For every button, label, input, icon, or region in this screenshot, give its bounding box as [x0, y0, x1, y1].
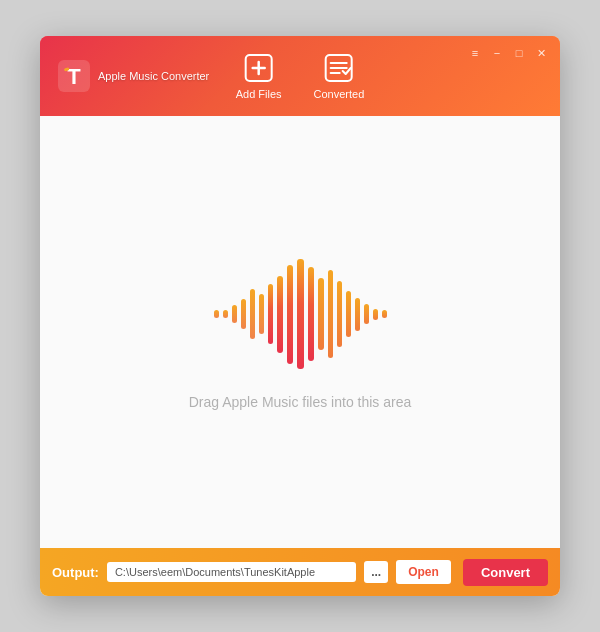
wave-bar	[346, 291, 351, 337]
main-content: Drag Apple Music files into this area	[40, 116, 560, 548]
wave-bar	[308, 267, 314, 361]
drop-instruction: Drag Apple Music files into this area	[189, 394, 412, 410]
output-path[interactable]: C:\Users\eem\Documents\TunesKitApple	[107, 562, 356, 582]
converted-button[interactable]: Converted	[314, 52, 365, 100]
wave-bar	[277, 276, 283, 353]
svg-text:T: T	[67, 64, 81, 89]
wave-bar	[355, 298, 360, 331]
window-controls: ≡ − □ ✕	[468, 46, 548, 60]
browse-button[interactable]: ...	[364, 561, 388, 583]
wave-bar	[364, 304, 369, 324]
app-logo-icon: T	[56, 58, 92, 94]
close-button[interactable]: ✕	[534, 46, 548, 60]
wave-bar	[241, 299, 246, 330]
wave-bar	[250, 289, 255, 339]
footer-bar: Output: C:\Users\eem\Documents\TunesKitA…	[40, 548, 560, 596]
logo-area: T Apple Music Converter	[56, 58, 209, 94]
wave-bar	[287, 265, 293, 364]
menu-button[interactable]: ≡	[468, 46, 482, 60]
toolbar-center: Add Files Converted	[236, 52, 365, 100]
wave-bar	[223, 310, 228, 319]
output-label: Output:	[52, 565, 99, 580]
app-window: T Apple Music Converter Add Files	[40, 36, 560, 596]
titlebar: T Apple Music Converter Add Files	[40, 36, 560, 116]
drop-area[interactable]: Drag Apple Music files into this area	[189, 254, 412, 410]
wave-bar	[382, 310, 387, 318]
converted-icon	[323, 52, 355, 84]
wave-bar	[318, 278, 324, 350]
add-files-icon	[243, 52, 275, 84]
wave-bar	[259, 294, 264, 334]
minimize-button[interactable]: −	[490, 46, 504, 60]
wave-bar	[337, 281, 342, 347]
wave-bar	[297, 259, 304, 369]
add-files-label: Add Files	[236, 88, 282, 100]
wave-bar	[232, 305, 237, 323]
convert-button[interactable]: Convert	[463, 559, 548, 586]
maximize-button[interactable]: □	[512, 46, 526, 60]
app-title: Apple Music Converter	[98, 69, 209, 83]
add-files-button[interactable]: Add Files	[236, 52, 282, 100]
converted-label: Converted	[314, 88, 365, 100]
wave-bar	[373, 309, 378, 320]
waveform-visualization	[214, 254, 387, 374]
wave-bar	[268, 284, 273, 345]
wave-bar	[328, 270, 333, 358]
wave-bar	[214, 310, 219, 318]
open-button[interactable]: Open	[396, 560, 451, 584]
